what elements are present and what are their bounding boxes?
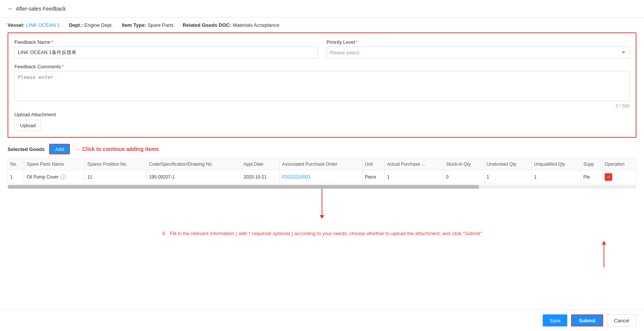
- back-link[interactable]: ← After-sales Feedback: [8, 5, 636, 12]
- page-title: After-sales Feedback: [16, 6, 66, 12]
- priority-level-select[interactable]: Please select High Medium Low: [327, 46, 630, 59]
- meta-related-doc: Related Goods DOC: Materials Acceptance: [183, 22, 279, 28]
- meta-bar: Vessel: LINK OCEAN 1 Dept.: Engine Dept.…: [0, 18, 644, 32]
- col-no: No.: [8, 159, 24, 170]
- add-goods-button[interactable]: Add: [49, 144, 70, 154]
- purchase-order-link[interactable]: P2010210003: [282, 174, 310, 180]
- cell-stock-in: 0: [444, 170, 484, 184]
- col-stock-in: Stock-in Qty: [444, 159, 484, 170]
- col-supp: Supp: [581, 159, 602, 170]
- col-spares-position: Spares Position No.: [85, 159, 146, 170]
- add-hint-text: Click to continue adding items: [82, 146, 159, 152]
- scrollbar-thumb[interactable]: [8, 185, 479, 189]
- meta-dept: Dept.: Engine Dept.: [69, 22, 113, 28]
- form-row-1: Feedback Name* Priority Level* Please se…: [14, 39, 630, 59]
- back-arrow-icon: ←: [8, 5, 14, 12]
- instruction-text: 6、Fill in the relevant information ( wit…: [0, 223, 644, 241]
- dept-value: Engine Dept.: [84, 22, 113, 28]
- feedback-comments-label: Feedback Comments*: [14, 64, 630, 69]
- priority-level-group: Priority Level* Please select High Mediu…: [327, 39, 630, 59]
- table-header: No. Spare Parts Name Spares Position No.…: [8, 159, 636, 170]
- table-row: 1 Oil Pump Cover i 11 195-09207-1 2020-1…: [8, 170, 636, 184]
- info-icon[interactable]: i: [60, 174, 66, 180]
- footer-bar: Save Submit Cancel: [0, 309, 644, 331]
- col-spare-parts-name: Spare Parts Name: [24, 159, 85, 170]
- cell-supp: Ple: [581, 170, 602, 184]
- cell-actual-purchase: 1: [385, 170, 444, 184]
- feedback-name-input[interactable]: [14, 46, 317, 59]
- goods-title: Selected Goods: [8, 146, 45, 152]
- goods-table: No. Spare Parts Name Spares Position No.…: [8, 158, 636, 184]
- feedback-comments-group: Feedback Comments* 0 / 500: [14, 64, 630, 109]
- priority-level-label: Priority Level*: [327, 39, 630, 45]
- page-header: ← After-sales Feedback: [0, 0, 644, 18]
- cell-no: 1: [8, 170, 24, 184]
- arrow-right-icon: →: [74, 146, 80, 152]
- col-purchase-order: Associated Purchase Order: [280, 159, 362, 170]
- goods-section: Selected Goods Add → Click to continue a…: [8, 144, 636, 189]
- col-unqualified: Unqualified Qty: [532, 159, 581, 170]
- annotation-arrow-down: [8, 189, 636, 223]
- dept-label: Dept.:: [69, 22, 83, 28]
- cell-unit: Piece: [362, 170, 385, 184]
- cell-spare-parts-name: Oil Pump Cover i: [24, 170, 85, 184]
- cell-operation: −: [602, 170, 636, 184]
- vessel-value: LINK OCEAN 1: [26, 22, 60, 28]
- col-appl-date: Appl.Date: [241, 159, 280, 170]
- col-unstocked: Unstocked Qty: [484, 159, 532, 170]
- item-type-value: Spare Parts: [148, 22, 174, 28]
- feedback-name-label: Feedback Name*: [14, 39, 317, 45]
- scrollbar-track[interactable]: [8, 185, 636, 189]
- cell-appl-date: 2020-10-21: [241, 170, 280, 184]
- table-body: 1 Oil Pump Cover i 11 195-09207-1 2020-1…: [8, 170, 636, 184]
- upload-section: Upload Attachment Upload: [14, 112, 630, 131]
- table-header-row: No. Spare Parts Name Spares Position No.…: [8, 159, 636, 170]
- col-unit: Unit: [362, 159, 385, 170]
- remove-item-button[interactable]: −: [605, 173, 612, 181]
- upload-label: Upload Attachment: [14, 112, 630, 117]
- cell-code: 195-09207-1: [147, 170, 241, 184]
- cancel-button[interactable]: Cancel: [607, 314, 636, 326]
- add-hint: → Click to continue adding items: [74, 146, 159, 152]
- related-doc-value: Materials Acceptance: [233, 22, 280, 28]
- form-section: Feedback Name* Priority Level* Please se…: [8, 32, 636, 138]
- item-type-label: Item Type:: [122, 22, 146, 28]
- cell-position: 11: [85, 170, 146, 184]
- save-button[interactable]: Save: [543, 314, 568, 326]
- feedback-comments-textarea[interactable]: [14, 71, 630, 101]
- upload-button[interactable]: Upload: [14, 120, 41, 131]
- feedback-name-group: Feedback Name*: [14, 39, 317, 59]
- textarea-counter: 0 / 500: [14, 103, 630, 109]
- cell-unqualified: 1: [532, 170, 581, 184]
- annotation-arrow-up: [8, 241, 636, 271]
- col-code: Code/Specification/Drawing No.: [147, 159, 241, 170]
- meta-item-type: Item Type: Spare Parts: [122, 22, 173, 28]
- cell-unstocked: 1: [484, 170, 532, 184]
- goods-header: Selected Goods Add → Click to continue a…: [8, 144, 636, 154]
- submit-button[interactable]: Submit: [571, 314, 603, 326]
- col-actual-purchase: Actual Purchase ...: [385, 159, 444, 170]
- cell-purchase-order: P2010210003: [280, 170, 362, 184]
- related-doc-label: Related Goods DOC:: [183, 22, 231, 28]
- vessel-label: Vessel:: [8, 22, 25, 28]
- meta-vessel: Vessel: LINK OCEAN 1: [8, 22, 60, 28]
- col-operation: Operation: [602, 159, 636, 170]
